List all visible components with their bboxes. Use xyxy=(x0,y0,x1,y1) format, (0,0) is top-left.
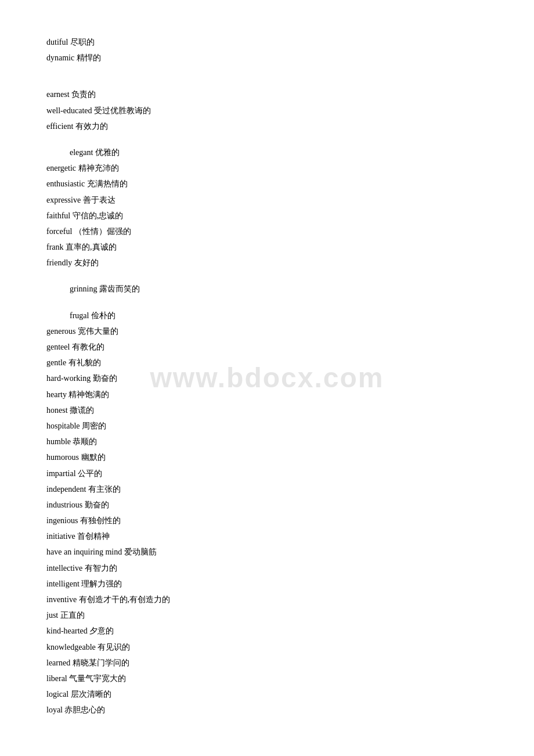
vocabulary-line: dynamic 精悍的 xyxy=(46,51,488,65)
vocabulary-line: intelligent 理解力强的 xyxy=(46,577,488,591)
vocabulary-line: learned 精晓某门学问的 xyxy=(46,656,488,670)
vocabulary-line: industrious 勤奋的 xyxy=(46,498,488,512)
vocabulary-line: impartial 公平的 xyxy=(46,466,488,481)
vocabulary-line: initiative 首创精神 xyxy=(46,529,488,543)
vocabulary-line: faithful 守信的,忠诚的 xyxy=(46,208,488,223)
spacer-line xyxy=(46,271,488,282)
vocabulary-line: elegant 优雅的 xyxy=(46,145,488,160)
vocabulary-line: frugal 俭朴的 xyxy=(46,308,488,323)
vocabulary-line: hearty 精神饱满的 xyxy=(46,387,488,402)
vocabulary-line: humorous 幽默的 xyxy=(46,450,488,465)
vocabulary-line: hospitable 周密的 xyxy=(46,419,488,433)
vocabulary-line: hard-working 勤奋的 xyxy=(46,371,488,386)
vocabulary-line: expressive 善于表达 xyxy=(46,193,488,207)
vocabulary-line: knowledgeable 有见识的 xyxy=(46,640,488,654)
vocabulary-line: honest 撒谎的 xyxy=(46,403,488,417)
vocabulary-line: humble 恭顺的 xyxy=(46,434,488,449)
spacer-line xyxy=(46,298,488,308)
vocabulary-line: well-educated 受过优胜教诲的 xyxy=(46,103,488,118)
vocabulary-line: just 正直的 xyxy=(46,608,488,622)
vocabulary-line: inventive 有创造才干的,有创造力的 xyxy=(46,592,488,607)
vocabulary-line: forceful （性情）倔强的 xyxy=(46,224,488,239)
content-area: dutiful 尽职的dynamic 精悍的earnest 负责的well-ed… xyxy=(46,35,488,718)
spacer-line xyxy=(46,135,488,145)
vocabulary-line: gentle 有礼貌的 xyxy=(46,355,488,370)
vocabulary-line: ingenious 有独创性的 xyxy=(46,513,488,528)
vocabulary-line: frank 直率的,真诚的 xyxy=(46,240,488,254)
vocabulary-line: enthusiastic 充满热情的 xyxy=(46,177,488,191)
vocabulary-line: energetic 精神充沛的 xyxy=(46,161,488,175)
vocabulary-line: efficient 有效力的 xyxy=(46,119,488,134)
vocabulary-line: kind-hearted 夕意的 xyxy=(46,624,488,638)
vocabulary-line: dutiful 尽职的 xyxy=(46,35,488,49)
spacer-line xyxy=(46,66,488,77)
vocabulary-line: logical 层次清晰的 xyxy=(46,687,488,701)
vocabulary-line: independent 有主张的 xyxy=(46,482,488,496)
vocabulary-line: genteel 有教化的 xyxy=(46,340,488,354)
vocabulary-line: grinning 露齿而笑的 xyxy=(46,282,488,296)
vocabulary-line: earnest 负责的 xyxy=(46,87,488,102)
vocabulary-line: loyal 赤胆忠心的 xyxy=(46,703,488,717)
vocabulary-line: generous 宽伟大量的 xyxy=(46,324,488,339)
vocabulary-line: have an inquiring mind 爱动脑筋 xyxy=(46,545,488,559)
spacer-line xyxy=(46,77,488,87)
vocabulary-line: intellective 有智力的 xyxy=(46,561,488,575)
vocabulary-line: friendly 友好的 xyxy=(46,255,488,270)
vocabulary-line: liberal 气量气宇宽大的 xyxy=(46,671,488,686)
